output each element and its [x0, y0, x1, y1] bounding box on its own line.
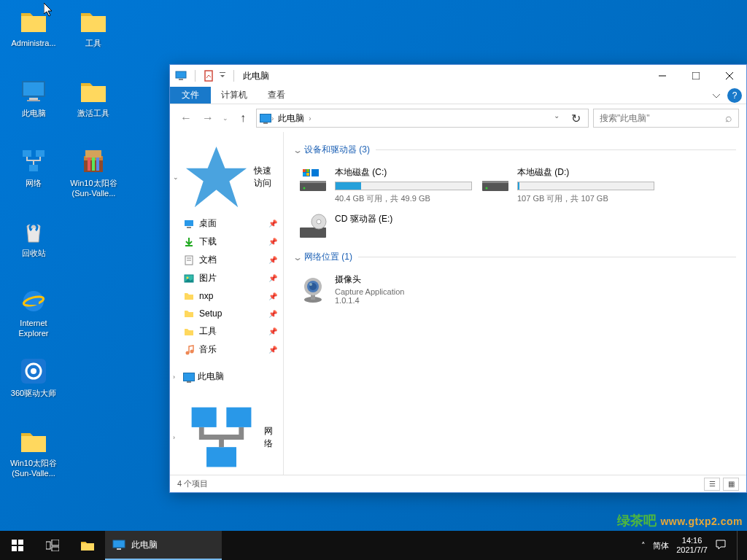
svg-rect-60 [12, 540, 17, 545]
svg-rect-45 [306, 169, 309, 172]
pin-icon: 📌 [268, 238, 277, 246]
start-button[interactable] [0, 531, 35, 560]
notifications-icon[interactable] [715, 539, 727, 552]
nav-icon [183, 273, 195, 284]
svg-rect-47 [306, 173, 309, 176]
minimize-button[interactable] [646, 65, 679, 87]
breadcrumb[interactable]: 此电脑 [274, 112, 309, 125]
nav-quick-access[interactable]: ⌄ 快速访问 [170, 139, 283, 214]
nav-icon [183, 236, 195, 248]
nav-icon [183, 290, 195, 302]
desktop-icon-winrar[interactable]: Win10太阳谷 (Sun-Valle... [66, 146, 121, 201]
tray-expand-icon[interactable]: ˄ [641, 541, 646, 551]
nav-icon [183, 218, 195, 230]
nav-item[interactable]: nxp📌 [170, 287, 283, 305]
svg-rect-43 [311, 169, 319, 176]
up-button[interactable]: ↑ [234, 109, 252, 127]
statusbar: 4 个项目 ☰ ▦ [170, 475, 746, 492]
search-input[interactable] [600, 113, 725, 123]
ribbon-expand-button[interactable] [705, 87, 727, 104]
svg-rect-40 [300, 181, 326, 183]
nav-item[interactable]: Setup📌 [170, 305, 283, 322]
nav-item[interactable]: 音乐📌 [170, 341, 283, 359]
network-device-camera[interactable]: 摄像头 Capture Application 1.0.1.4 [294, 269, 476, 309]
pin-icon: 📌 [268, 327, 277, 335]
show-desktop-button[interactable] [737, 531, 740, 560]
close-button[interactable] [713, 65, 746, 87]
drive-d[interactable]: 本地磁盘 (D:) 107 GB 可用，共 107 GB [476, 162, 659, 209]
address-dropdown-icon[interactable]: ⌄ [549, 112, 564, 125]
nav-item[interactable]: 图片📌 [170, 269, 283, 287]
taskbar-app-explorer[interactable]: 此电脑 [105, 531, 222, 560]
svg-rect-20 [205, 71, 212, 81]
system-tray[interactable]: ˄ 简体 14:16 2021/7/7 [634, 531, 747, 560]
maximize-button[interactable] [679, 65, 713, 87]
tray-lang[interactable]: 简体 [653, 540, 669, 551]
nav-icon [183, 326, 195, 338]
pin-icon: 📌 [268, 292, 277, 300]
help-button[interactable]: ? [727, 88, 742, 103]
qat-dropdown-icon[interactable] [219, 69, 226, 82]
properties-icon[interactable] [203, 69, 216, 82]
ribbon-tab-computer[interactable]: 计算机 [211, 87, 258, 104]
search-box[interactable]: ⌕ [593, 109, 739, 128]
titlebar[interactable]: 此电脑 [170, 65, 746, 87]
group-devices[interactable]: 设备和驱动器 (3) [294, 144, 736, 156]
watermark: 绿茶吧 www.gtxp2.com [617, 512, 743, 529]
group-network-loc[interactable]: 网络位置 (1) [294, 251, 736, 263]
svg-rect-18 [176, 71, 186, 78]
desktop-icon-app360[interactable]: 360驱动大师 [6, 356, 61, 411]
desktop-icon-ie[interactable]: Internet Explorer [6, 286, 61, 341]
recent-dropdown[interactable]: ⌄ [221, 109, 230, 127]
nav-icon [183, 308, 195, 319]
desktop-icon-folder[interactable]: 激活工具 [66, 76, 121, 131]
svg-rect-5 [29, 165, 38, 171]
drive-c[interactable]: 本地磁盘 (C:) 40.4 GB 可用，共 49.9 GB [294, 162, 476, 209]
pin-icon: 📌 [268, 346, 277, 354]
desktop-icon-recycle[interactable]: 回收站 [6, 216, 61, 271]
nav-item[interactable]: 桌面📌 [170, 214, 283, 233]
svg-point-41 [303, 187, 306, 190]
svg-point-11 [31, 368, 36, 374]
forward-button[interactable]: → [199, 109, 217, 127]
pc-icon [112, 540, 125, 550]
ie-icon [18, 286, 49, 316]
desktop-icon-network[interactable]: 网络 [6, 146, 61, 201]
nav-item[interactable]: 下载📌 [170, 233, 283, 251]
content-pane: 设备和驱动器 (3) 本地磁盘 (C:) 40.4 GB 可用，共 49.9 G… [284, 132, 746, 475]
task-view-button[interactable] [35, 531, 70, 560]
svg-rect-14 [85, 150, 101, 158]
drive-icon [481, 166, 510, 195]
svg-rect-3 [23, 150, 31, 157]
desktop-icon-pc[interactable]: 此电脑 [6, 76, 61, 131]
tray-clock[interactable]: 14:16 2021/7/7 [676, 536, 708, 555]
nav-this-pc[interactable]: › 此电脑 [170, 368, 283, 386]
view-details-button[interactable]: ☰ [704, 478, 720, 491]
cdrom-icon [298, 213, 328, 242]
svg-rect-46 [303, 173, 306, 176]
ribbon-tab-view[interactable]: 查看 [258, 87, 295, 104]
nav-item[interactable]: 工具📌 [170, 322, 283, 341]
pin-icon: 📌 [268, 274, 277, 282]
refresh-button[interactable]: ↻ [567, 112, 585, 125]
svg-rect-19 [179, 79, 183, 80]
status-text: 4 个项目 [177, 478, 208, 489]
explorer-pinned-button[interactable] [70, 531, 105, 560]
winrar-icon [78, 146, 109, 176]
desktop-icon-folder[interactable]: Win10太阳谷 (Sun-Valle... [6, 426, 61, 481]
nav-item[interactable]: 文档📌 [170, 251, 283, 269]
desktop-icon-folder[interactable]: 工具 [66, 6, 121, 61]
svg-rect-44 [303, 169, 306, 172]
svg-rect-17 [96, 158, 99, 171]
pin-icon: 📌 [268, 219, 277, 228]
view-icons-button[interactable]: ▦ [723, 478, 739, 491]
drive-cdrom[interactable]: CD 驱动器 (E:) [294, 209, 476, 246]
back-button[interactable]: ← [177, 109, 195, 127]
nav-network[interactable]: › 网络 [170, 394, 283, 475]
ribbon-file-tab[interactable]: 文件 [170, 87, 211, 104]
nav-icon [183, 254, 195, 266]
svg-rect-21 [220, 72, 225, 73]
folder-icon [78, 6, 109, 36]
address-bar[interactable]: › 此电脑 › ⌄ ↻ [256, 109, 589, 128]
search-icon[interactable]: ⌕ [725, 112, 732, 125]
